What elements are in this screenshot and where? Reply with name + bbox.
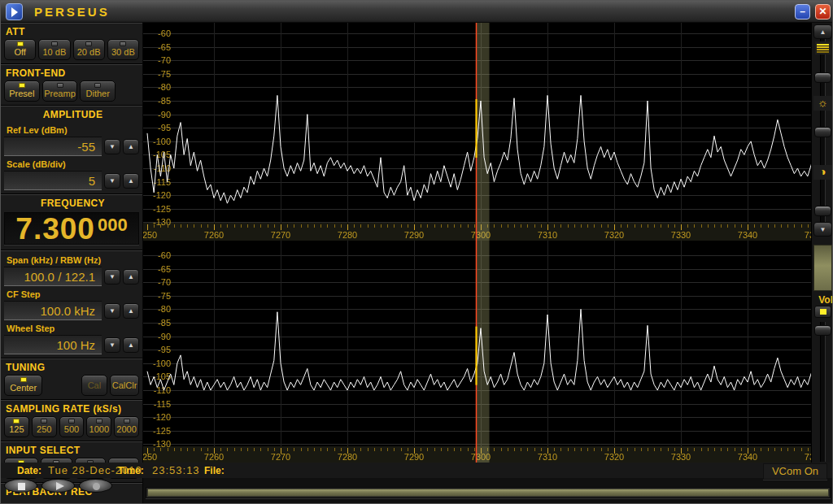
- ref-lev-label: Ref Lev (dBm): [3, 122, 140, 137]
- span-section: Span (kHz) / RBW (Hz) 100.0 / 122.1 ▼ ▲ …: [1, 250, 142, 358]
- front-end-section: FRONT-END Presel Preamp Dither: [1, 64, 142, 106]
- perseus-window: PERSEUS – ✕ ATT Off 10 dB 20 dB 30 dB FR…: [0, 0, 833, 504]
- led-indicator: [120, 41, 126, 46]
- frequency-header: FREQUENCY: [3, 196, 140, 211]
- stop-button[interactable]: [4, 479, 37, 493]
- rate-125-button[interactable]: 125: [4, 416, 29, 437]
- led-indicator: [20, 377, 27, 382]
- scroll-down-button[interactable]: ▼: [813, 222, 832, 237]
- scroll-up-button[interactable]: ▲: [813, 24, 832, 39]
- minimize-button[interactable]: –: [795, 4, 810, 20]
- wheel-step-field[interactable]: 100 Hz: [4, 335, 102, 354]
- vcom-toggle[interactable]: VCom On: [763, 463, 827, 480]
- center-button[interactable]: Center: [4, 375, 42, 396]
- perseus-app-icon: [6, 3, 23, 20]
- play-button[interactable]: [41, 479, 75, 493]
- span-field[interactable]: 100.0 / 122.1: [4, 267, 102, 286]
- att-20db-button[interactable]: 20 dB: [73, 39, 105, 60]
- led-indicator: [41, 419, 47, 424]
- preamp-button[interactable]: Preamp: [42, 80, 78, 102]
- scale-field[interactable]: 5: [4, 171, 102, 190]
- led-indicator: [85, 41, 92, 46]
- brightness-icon: ☼: [813, 96, 832, 111]
- frequency-sub-digits: 000: [98, 213, 128, 244]
- upper-slider-handle[interactable]: [814, 72, 831, 83]
- spectrum-area: ▲ ☼ ◑ ▼ Vol: [143, 23, 833, 504]
- scale-down-button[interactable]: ▼: [104, 173, 120, 189]
- led-indicator: [124, 419, 130, 424]
- led-indicator: [57, 83, 63, 88]
- volume-label: Vol: [812, 294, 833, 306]
- led-indicator: [13, 419, 20, 424]
- wheel-step-up-button[interactable]: ▲: [123, 337, 139, 353]
- cal-button[interactable]: Cal: [81, 375, 107, 396]
- waterfall-scroll-thumb[interactable]: [813, 245, 832, 291]
- led-indicator: [17, 41, 24, 46]
- window-title: PERSEUS: [34, 5, 110, 19]
- amplitude-section: AMPLITUDE Ref Lev (dBm) -55 ▼ ▲ Scale (d…: [1, 106, 142, 194]
- wheel-step-label: Wheel Step: [3, 320, 140, 335]
- span-down-button[interactable]: ▼: [104, 269, 120, 285]
- ref-lev-up-button[interactable]: ▲: [123, 139, 139, 154]
- amplitude-header: AMPLITUDE: [3, 107, 140, 122]
- transport-controls: [4, 479, 112, 493]
- contrast-slider-handle[interactable]: [814, 206, 831, 216]
- volume-slider-handle[interactable]: [814, 325, 831, 336]
- frequency-display[interactable]: 7.300 000: [4, 212, 139, 245]
- led-indicator: [820, 309, 826, 315]
- spectrum-display[interactable]: [143, 23, 811, 463]
- frequency-scroll-thumb[interactable]: [147, 489, 829, 497]
- brightness-slider-handle[interactable]: [814, 127, 831, 137]
- front-end-header: FRONT-END: [3, 66, 140, 80]
- volume-mute-button[interactable]: [814, 306, 831, 318]
- att-30db-button[interactable]: 30 dB: [107, 39, 139, 60]
- frequency-main-digits: 7.300: [15, 213, 95, 244]
- span-label: Span (kHz) / RBW (Hz): [3, 252, 140, 267]
- ref-lev-field[interactable]: -55: [4, 137, 102, 156]
- rate-1000-button[interactable]: 1000: [86, 416, 111, 437]
- span-up-button[interactable]: ▲: [123, 269, 139, 285]
- cf-step-up-button[interactable]: ▲: [123, 303, 139, 319]
- close-button[interactable]: ✕: [815, 4, 831, 20]
- led-indicator: [94, 83, 101, 88]
- dither-button[interactable]: Dither: [80, 80, 116, 102]
- cf-step-field[interactable]: 100.0 kHz: [4, 301, 102, 320]
- cf-step-down-button[interactable]: ▼: [104, 303, 120, 319]
- titlebar[interactable]: PERSEUS – ✕: [1, 1, 833, 23]
- record-button[interactable]: [79, 479, 112, 493]
- calclr-button[interactable]: CalClr: [110, 375, 139, 396]
- control-panel: ATT Off 10 dB 20 dB 30 dB FRONT-END Pres…: [1, 23, 143, 504]
- att-header: ATT: [3, 24, 140, 39]
- contrast-icon: ◑: [813, 165, 832, 180]
- sampling-rate-header: SAMPLING RATE (kS/s): [3, 402, 140, 416]
- scale-label: Scale (dB/div): [3, 156, 140, 171]
- scale-up-button[interactable]: ▲: [123, 173, 139, 189]
- sampling-rate-section: SAMPLING RATE (kS/s) 125 250 500 1000 20…: [1, 400, 142, 441]
- frequency-section: FREQUENCY 7.300 000: [1, 194, 142, 250]
- ref-lev-down-button[interactable]: ▼: [104, 139, 120, 154]
- time-value: 23:53:13: [152, 464, 200, 476]
- time-label: Time:: [118, 465, 144, 476]
- rate-2000-button[interactable]: 2000: [114, 416, 139, 437]
- record-icon: [93, 483, 100, 490]
- led-indicator: [68, 419, 75, 424]
- tuning-header: TUNING: [3, 360, 140, 375]
- tuning-spacer: [45, 375, 79, 396]
- frequency-scrollbar[interactable]: [146, 487, 831, 498]
- rate-250-button[interactable]: 250: [32, 416, 57, 437]
- volume-slider-track[interactable]: [820, 322, 826, 462]
- cf-step-label: CF Step: [3, 286, 140, 301]
- rate-500-button[interactable]: 500: [59, 416, 85, 437]
- palette-icon: [815, 41, 831, 54]
- date-label: Date:: [17, 465, 41, 476]
- att-10db-button[interactable]: 10 dB: [38, 39, 70, 60]
- att-off-button[interactable]: Off: [4, 39, 36, 60]
- tuning-section: TUNING Center Cal CalClr: [1, 358, 142, 400]
- led-indicator: [19, 83, 25, 88]
- presel-button[interactable]: Presel: [4, 80, 40, 102]
- file-label: File:: [204, 465, 225, 476]
- att-section: ATT Off 10 dB 20 dB 30 dB: [1, 23, 142, 64]
- wheel-step-down-button[interactable]: ▼: [104, 337, 120, 353]
- input-select-header: INPUT SELECT: [3, 443, 140, 458]
- stop-icon: [18, 483, 25, 490]
